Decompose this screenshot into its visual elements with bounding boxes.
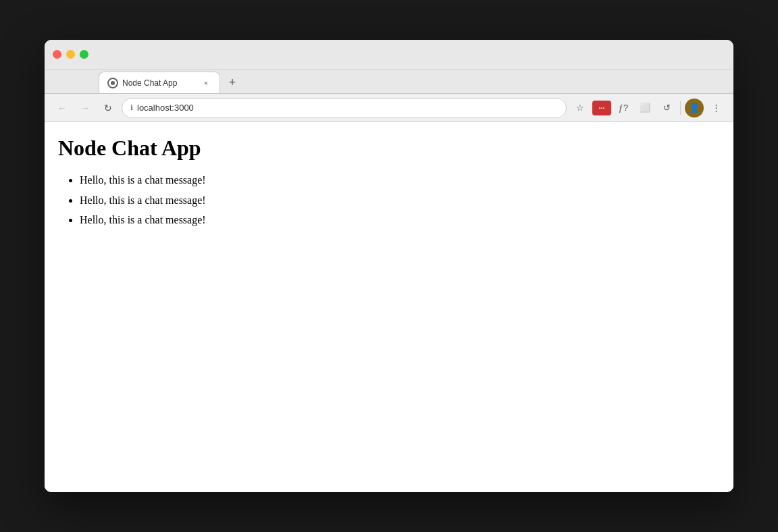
title-bar: [45, 40, 733, 70]
browser-window: Node Chat App × + ← → ↻ ℹ localhost:3000…: [45, 40, 733, 492]
active-tab[interactable]: Node Chat App ×: [99, 72, 220, 93]
tab-title: Node Chat App: [122, 78, 197, 88]
minimize-button[interactable]: [66, 50, 75, 59]
tab-close-button[interactable]: ×: [201, 78, 211, 88]
window-controls: [53, 50, 88, 59]
page-content: Node Chat App Hello, this is a chat mess…: [45, 122, 733, 492]
toolbar: ← → ↻ ℹ localhost:3000 ☆ ··· ƒ? ⬜ ↺ 👤 ⋮: [45, 94, 733, 122]
extension-button[interactable]: ···: [592, 101, 611, 115]
toolbar-separator: [680, 101, 681, 115]
forward-button[interactable]: →: [76, 99, 95, 117]
address-bar[interactable]: ℹ localhost:3000: [122, 98, 567, 118]
new-tab-button[interactable]: +: [223, 73, 242, 92]
profile-avatar-button[interactable]: 👤: [685, 99, 704, 117]
list-item: Hello, this is a chat message!: [80, 211, 720, 229]
security-icon: ℹ: [130, 103, 133, 112]
refresh-alt-button[interactable]: ↺: [657, 99, 676, 117]
tab-bar: Node Chat App × +: [45, 70, 733, 94]
back-button[interactable]: ←: [53, 99, 72, 117]
maximize-button[interactable]: [80, 50, 88, 59]
list-item: Hello, this is a chat message!: [80, 192, 720, 209]
screenshot-button[interactable]: ⬜: [636, 99, 654, 117]
message-list: Hello, this is a chat message!Hello, thi…: [58, 171, 720, 229]
tab-favicon: [107, 78, 118, 88]
close-button[interactable]: [53, 50, 61, 59]
menu-button[interactable]: ⋮: [706, 99, 725, 117]
list-item: Hello, this is a chat message!: [80, 171, 720, 189]
formula-button[interactable]: ƒ?: [614, 99, 633, 117]
address-text: localhost:3000: [137, 103, 558, 113]
bookmark-button[interactable]: ☆: [571, 99, 590, 117]
reload-button[interactable]: ↻: [99, 99, 118, 117]
toolbar-actions: ☆ ··· ƒ? ⬜ ↺ 👤 ⋮: [571, 99, 725, 117]
page-heading: Node Chat App: [58, 136, 720, 161]
